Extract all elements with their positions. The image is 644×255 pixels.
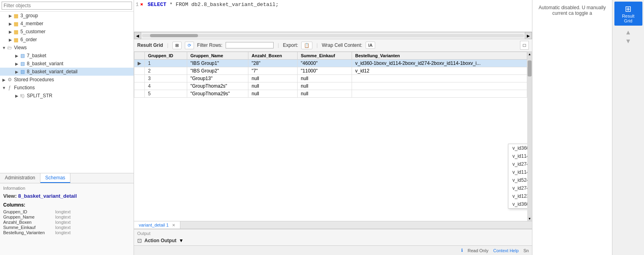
result-table: Gruppen_IDGruppen_NameAnzahl_BoxenSumme_… [134, 52, 527, 98]
tree-item-8_basket_variant[interactable]: ▶▧8_basket_variant [0, 60, 134, 68]
tooltip-item[interactable]: v_id114-1box [508, 168, 527, 176]
table-row[interactable]: 4"GroupThoma2s"nullnull [134, 82, 527, 90]
tooltip-item[interactable]: v_id114-2box [508, 152, 527, 160]
proc-folder-icon: ⚙ [6, 76, 13, 83]
table-cell-2-0 [134, 75, 145, 82]
table-cell-0-5: v_id360-1boxv_id114-2boxv_id274-2boxv_id… [352, 60, 527, 67]
tree-item-Views[interactable]: ▼🗁Views [0, 44, 134, 52]
v-scroll-track[interactable] [527, 56, 532, 216]
table-cell-2-5 [352, 75, 527, 82]
tree-item-Functions[interactable]: ▼ƒFunctions [0, 84, 134, 92]
result-grid-btn-label: ResultGrid [616, 14, 641, 23]
tree-item-5_customer[interactable]: ▶▦5_customer [0, 28, 134, 36]
tree-item-SPLIT_STR[interactable]: ▶f()SPLIT_STR [0, 92, 134, 100]
export-icon: 📋 [304, 43, 310, 48]
result-col-header-4[interactable]: Summe_Einkauf [298, 52, 352, 60]
sql-text-body: * FROM db2.8_basket_variant_detail; [170, 2, 279, 8]
action-arrow-up[interactable]: ▲ [625, 29, 632, 36]
status-context-help[interactable]: Context Help [493, 248, 519, 253]
table-cell-3-5 [352, 82, 527, 90]
result-grid-toggle[interactable]: □ [520, 41, 529, 50]
table-cell-3-0 [134, 82, 145, 90]
v-scroll-thumb [528, 60, 532, 76]
col-type: longtext [55, 215, 71, 219]
toolbar-grid-icon-btn[interactable]: ⊞ [172, 42, 182, 49]
output-toolbar: ⊡ Action Output ▼ [137, 237, 529, 244]
result-col-header-0[interactable] [134, 52, 145, 60]
tooltip-item[interactable]: v_id524-11box [508, 176, 527, 184]
table-cell-1-4: "11000" [298, 67, 352, 75]
table-cell-4-1: 5 [145, 90, 187, 98]
result-col-header-5[interactable]: Bestellung_Varianten [352, 52, 527, 60]
col-name: Summe_Einkauf [3, 225, 55, 230]
toolbar-refresh-btn[interactable]: ⟳ [185, 42, 194, 49]
table-cell-3-1: 4 [145, 82, 187, 90]
sql-keyword-select: SELECT [148, 2, 166, 8]
filter-input[interactable] [2, 2, 132, 10]
wrap-cell-btn[interactable]: IA [366, 42, 375, 49]
sql-content-area[interactable]: SELECT * FROM db2.8_basket_variant_detai… [148, 2, 530, 30]
tooltip-item[interactable]: v_id274-2box [508, 160, 527, 168]
status-bar: ℹ Read Only Context Help Sn [134, 245, 532, 255]
result-grid-wrapper[interactable]: Gruppen_IDGruppen_NameAnzahl_BoxenSumme_… [134, 52, 527, 221]
columns-label: Columns: [3, 202, 130, 208]
col-type: longtext [55, 220, 71, 225]
table-row[interactable]: 3"Group13"nullnull [134, 75, 527, 82]
sidebar: ▶▦3_group▶▦4_member▶▦5_customer▶▦6_order… [0, 0, 134, 255]
result-col-header-3[interactable]: Anzahl_Boxen [248, 52, 298, 60]
tab-variant_detail_1[interactable]: variant_detail 1✕ [134, 221, 180, 229]
table-row[interactable]: 5"GroupThoma29s"nullnull [134, 90, 527, 98]
export-btn[interactable]: 📋 [301, 42, 312, 49]
filter-rows-input[interactable] [226, 42, 274, 48]
tree-item-stored_proc[interactable]: ▶⚙Stored Procedures [0, 76, 134, 84]
v-scroll[interactable]: ▲ ▼ [527, 52, 532, 221]
tree-item-4_member[interactable]: ▶▦4_member [0, 20, 134, 28]
output-dropdown-arrow[interactable]: ▼ [179, 238, 184, 243]
h-scroll-track[interactable] [142, 34, 524, 37]
table-cell-1-1: 2 [145, 67, 187, 75]
table-icon: ▦ [13, 20, 19, 27]
tab-bar: variant_detail 1✕ [134, 221, 532, 229]
table-row[interactable]: ▶1"IBS Group1""28""46000"v_id360-1boxv_i… [134, 60, 527, 67]
tree-arrow: ▶ [8, 22, 13, 26]
h-scroll-right[interactable]: ▶ [525, 32, 532, 39]
v-scroll-down[interactable]: ▼ [527, 216, 532, 221]
right-panel-text: Automatic disabled. U manually current c… [537, 5, 607, 16]
sidebar-filter-area [0, 0, 134, 12]
tab-administration[interactable]: Administration [0, 173, 40, 183]
info-col-Summe_Einkauf: Summe_Einkauflongtext [3, 225, 130, 230]
tooltip-item[interactable]: v_id360-4box [508, 200, 527, 208]
tooltip-item[interactable]: v_id123-6box [508, 192, 527, 200]
tooltip-item[interactable]: v_id360-1box [508, 144, 527, 152]
tree-arrow: ▶ [8, 14, 13, 18]
result-grid-btn[interactable]: ⊞ ResultGrid [614, 2, 642, 26]
tree-item-3_group[interactable]: ▶▦3_group [0, 12, 134, 20]
sidebar-tree: ▶▦3_group▶▦4_member▶▦5_customer▶▦6_order… [0, 12, 134, 173]
tab-label: variant_detail 1 [139, 223, 169, 227]
info-panel: Information View: 8_basket_variant_detai… [0, 183, 134, 255]
tree-item-6_order[interactable]: ▶▦6_order [0, 36, 134, 44]
sidebar-tabs: Administration Schemas [0, 173, 134, 183]
folder-icon: 🗁 [6, 44, 13, 51]
tab-schemas[interactable]: Schemas [40, 173, 70, 183]
tree-arrow: ▼ [2, 86, 6, 90]
table-cell-4-2: "GroupThoma29s" [187, 90, 248, 98]
table-row[interactable]: 2"IBS Group2""7""11000"v_id12 [134, 67, 527, 75]
tree-arrow: ▶ [2, 78, 6, 82]
tree-item-7_basket[interactable]: ▶▧7_basket [0, 52, 134, 60]
col-name: Bestellung_Varianten [3, 230, 55, 235]
status-sn: Sn [524, 248, 529, 253]
v-scroll-up[interactable]: ▲ [527, 52, 532, 56]
action-arrow-down[interactable]: ▼ [625, 38, 632, 45]
result-col-header-1[interactable]: Gruppen_ID [145, 52, 187, 60]
main-area: 1 ✖ SELECT * FROM db2.8_basket_variant_d… [134, 0, 532, 255]
table-cell-4-0 [134, 90, 145, 98]
tree-item-8_basket_variant_detail[interactable]: ▶▧8_basket_variant_detail [0, 68, 134, 76]
output-copy-icon[interactable]: ⊡ [137, 237, 142, 244]
table-cell-3-4: null [298, 82, 352, 90]
table-cell-2-3: null [248, 75, 298, 82]
tooltip-item[interactable]: v_id274-1box [508, 184, 527, 192]
h-scroll-left[interactable]: ◀ [134, 32, 141, 39]
result-col-header-2[interactable]: Gruppen_Name [187, 52, 248, 60]
tab-close[interactable]: ✕ [172, 223, 175, 227]
